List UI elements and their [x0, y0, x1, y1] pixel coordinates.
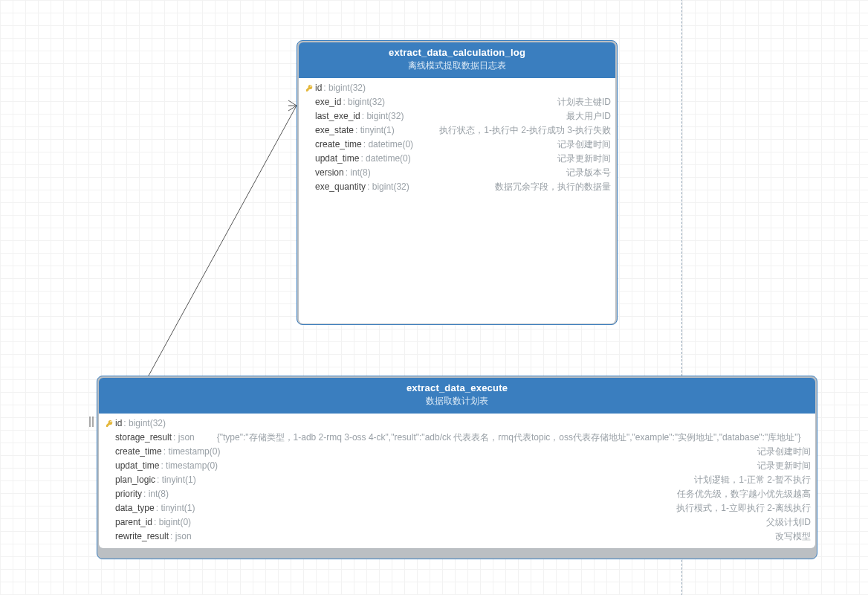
- field-comment: 计划表主键ID: [557, 95, 611, 109]
- diagram-canvas[interactable]: extract_data_calculation_log 离线模式提取数据日志表…: [0, 0, 868, 595]
- field-row[interactable]: priority: int(8) 任务优先级，数字越小优先级越高: [103, 487, 811, 501]
- field-row[interactable]: updat_time: datetime(0) 记录更新时间: [303, 152, 611, 166]
- field-name: id: [315, 81, 322, 95]
- table-extract-data-execute[interactable]: extract_data_execute 数据取数计划表 id: bigint(…: [97, 376, 817, 559]
- field-row[interactable]: rewrite_result: json 改写模型: [103, 530, 811, 544]
- table-title: extract_data_execute: [99, 378, 815, 395]
- primary-key-icon: [303, 84, 315, 92]
- field-row[interactable]: updat_time: timestamp(0) 记录更新时间: [103, 459, 811, 473]
- field-row[interactable]: last_exe_id: bigint(32) 最大用户ID: [303, 109, 611, 123]
- field-row[interactable]: exe_quantity: bigint(32) 数据冗余字段，执行的数据量: [303, 180, 611, 194]
- field-row[interactable]: parent_id: bigint(0) 父级计划ID: [103, 515, 811, 530]
- field-row[interactable]: data_type: tinyint(1) 执行模式，1-立即执行 2-离线执行: [103, 501, 811, 515]
- field-type: : bigint(32): [323, 81, 366, 95]
- table-subtitle: 数据取数计划表: [99, 395, 815, 414]
- primary-key-icon: [103, 419, 115, 428]
- table-title: extract_data_calculation_log: [299, 42, 615, 60]
- field-row[interactable]: id: bigint(32): [103, 416, 811, 431]
- field-name: exe_id: [315, 95, 341, 109]
- field-row[interactable]: version: int(8) 记录版本号: [303, 166, 611, 180]
- field-row[interactable]: plan_logic: tinyint(1) 计划逻辑，1-正常 2-暂不执行: [103, 473, 811, 487]
- field-row[interactable]: id: bigint(32): [303, 81, 611, 95]
- field-row[interactable]: create_time: timestamp(0) 记录创建时间: [103, 445, 811, 459]
- field-row[interactable]: exe_state: tinyint(1) 执行状态，1-执行中 2-执行成功 …: [303, 123, 611, 138]
- field-row[interactable]: storage_result: json {"type":"存储类型，1-adb…: [103, 431, 811, 445]
- table-body: id: bigint(32) exe_id: bigint(32) 计划表主键I…: [299, 78, 615, 324]
- field-row[interactable]: exe_id: bigint(32) 计划表主键ID: [303, 95, 611, 109]
- table-subtitle: 离线模式提取数据日志表: [299, 60, 615, 78]
- field-row[interactable]: create_time: datetime(0) 记录创建时间: [303, 138, 611, 152]
- table-body: id: bigint(32) storage_result: json {"ty…: [99, 414, 815, 548]
- table-extract-data-calculation-log[interactable]: extract_data_calculation_log 离线模式提取数据日志表…: [297, 40, 618, 325]
